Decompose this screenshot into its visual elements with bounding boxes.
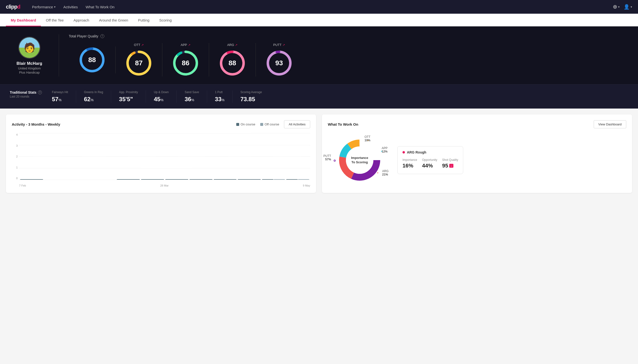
info-card: ARG Rough Importance 16% Opportunity 44%… <box>397 146 463 174</box>
bar-off-course <box>274 179 285 180</box>
info-card-title: ARG Rough <box>402 150 458 154</box>
score-total-value: 88 <box>88 56 96 64</box>
putt-label: PUTT 57% <box>323 154 331 161</box>
ring-app: 86 <box>172 50 199 76</box>
grid-line-0 <box>19 180 310 180</box>
chevron-down-icon: ▾ <box>54 6 56 8</box>
bar-group-11 <box>286 179 309 180</box>
hero-divider <box>59 34 59 76</box>
add-button[interactable]: ⊕ ▾ <box>613 4 620 10</box>
trend-up-icon: ↗ <box>141 43 144 47</box>
view-dashboard-button[interactable]: View Dashboard <box>594 120 626 128</box>
bar-on-course <box>141 179 164 180</box>
what-to-work-on-title: What To Work On <box>328 122 358 126</box>
tab-bar: My Dashboard Off the Tee Approach Around… <box>0 14 638 26</box>
arg-dot <box>377 172 379 174</box>
stat-fairways-hit: Fairways Hit 57% <box>44 90 76 103</box>
bar-group-9 <box>238 179 261 180</box>
score-putt-value: 93 <box>275 59 283 67</box>
metric-importance: Importance 16% <box>402 158 417 169</box>
score-ott: OTT ↗ 87 <box>116 43 162 76</box>
x-label-mar: 28 Mar <box>160 184 168 187</box>
info-card-dot <box>402 151 405 154</box>
ring-arg: 88 <box>219 50 246 76</box>
score-putt-label: PUTT ↗ <box>273 43 285 47</box>
score-ott-label: OTT ↗ <box>134 43 144 47</box>
y-label-1: 1 <box>16 166 18 169</box>
donut-section: ImportanceTo Scoring OTT 10% APP 12% ARG… <box>328 133 626 187</box>
tab-approach[interactable]: Approach <box>69 14 94 26</box>
metric-shot-quality: Shot Quality 95 ↓ <box>442 158 458 169</box>
donut-center-text: ImportanceTo Scoring <box>351 156 368 164</box>
legend-off-course-dot <box>260 123 263 126</box>
bar-on-course <box>165 179 188 180</box>
profile-country: United Kingdom <box>18 66 41 70</box>
putt-dot <box>334 160 336 162</box>
y-label-3: 3 <box>16 144 18 147</box>
bar-on-course <box>214 179 237 180</box>
metric-opportunity: Opportunity 44% <box>422 158 437 169</box>
y-label-0: 0 <box>16 177 18 180</box>
bar-group-8 <box>214 179 237 180</box>
chart-plot-area <box>19 133 310 180</box>
user-menu-button[interactable]: 👤 ▾ <box>623 4 632 10</box>
ring-ott: 87 <box>125 50 152 76</box>
hero-section: 🧑 Blair McHarg United Kingdom Plus Handi… <box>0 26 638 84</box>
tab-my-dashboard[interactable]: My Dashboard <box>6 14 41 26</box>
bar-on-course <box>189 179 212 180</box>
bar-group-6 <box>165 179 188 180</box>
bar-group-0 <box>20 179 43 180</box>
score-app-label: APP ↗ <box>181 43 190 47</box>
stat-greens-in-reg: Greens In Reg 62% <box>76 90 111 103</box>
top-nav: clippd Performance ▾ Activities What To … <box>0 0 638 14</box>
activity-chart-area: 4 3 2 1 0 7 Feb <box>12 133 310 187</box>
profile-handicap: Plus Handicap <box>19 71 40 74</box>
stats-section: Traditional Stats ? Last 20 rounds Fairw… <box>0 84 638 108</box>
nav-performance[interactable]: Performance ▾ <box>32 5 56 9</box>
tab-putting[interactable]: Putting <box>133 14 154 26</box>
tab-scoring[interactable]: Scoring <box>154 14 176 26</box>
trend-up-icon: ↗ <box>283 43 285 47</box>
trend-up-icon: ↗ <box>235 43 238 47</box>
y-label-2: 2 <box>16 155 18 158</box>
x-label-may: 9 May <box>303 184 310 187</box>
stat-1-putt: 1 Putt 33% <box>207 90 233 103</box>
scores-title: Total Player Quality ? <box>69 34 628 38</box>
app-logo[interactable]: clippd <box>6 4 20 10</box>
help-icon[interactable]: ? <box>100 34 104 38</box>
app-label: APP 12% <box>382 146 387 153</box>
tab-around-the-green[interactable]: Around the Green <box>94 14 133 26</box>
stats-help-icon[interactable]: ? <box>38 90 42 94</box>
tab-off-the-tee[interactable]: Off the Tee <box>41 14 69 26</box>
x-axis: 7 Feb 28 Mar 9 May <box>19 184 310 187</box>
y-label-4: 4 <box>16 133 18 136</box>
nav-right: ⊕ ▾ 👤 ▾ <box>613 4 632 10</box>
score-total: 88 <box>69 46 116 73</box>
what-to-work-on-header: What To Work On View Dashboard <box>328 120 626 128</box>
stat-app-proximity: App. Proximity 35'5" <box>111 90 146 103</box>
info-metrics: Importance 16% Opportunity 44% Shot Qual… <box>402 158 458 169</box>
y-axis: 4 3 2 1 0 <box>12 133 19 180</box>
profile-name: Blair McHarg <box>17 61 42 66</box>
ott-label: OTT 10% <box>364 135 370 142</box>
nav-what-to-work-on[interactable]: What To Work On <box>86 5 115 9</box>
chart-legend: On course Off course <box>236 122 279 126</box>
stats-values: Fairways Hit 57% Greens In Reg 62% App. … <box>44 90 628 103</box>
bar-group-4 <box>117 179 140 180</box>
score-putt: PUTT ↗ 93 <box>256 43 302 76</box>
score-arg-value: 88 <box>229 59 236 67</box>
score-ott-value: 87 <box>135 59 142 67</box>
nav-activities[interactable]: Activities <box>63 5 78 9</box>
all-activities-button[interactable]: All Activities <box>284 120 310 128</box>
trend-up-icon: ↗ <box>188 43 190 47</box>
bar-off-course <box>298 179 309 180</box>
legend-off-course: Off course <box>260 122 279 126</box>
legend-on-course: On course <box>236 122 255 126</box>
chart-bars <box>19 133 310 180</box>
bar-group-7 <box>189 179 212 180</box>
bar-on-course <box>238 179 261 180</box>
x-label-feb: 7 Feb <box>19 184 26 187</box>
stat-group-label: Traditional Stats ? Last 20 rounds <box>10 90 44 103</box>
scores-row: 88 OTT ↗ 87 <box>69 43 628 76</box>
activity-panel: Activity - 3 Months - Weekly On course O… <box>6 114 316 193</box>
